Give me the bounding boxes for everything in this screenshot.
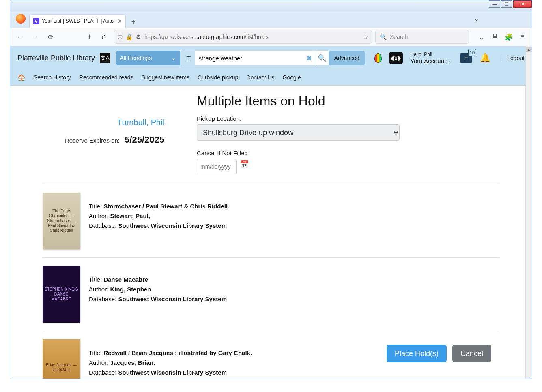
catalog-search: 文A All Headings ⌄ ≣ ✖ 🔍 Advanced — [100, 51, 365, 65]
firefox-logo-icon — [16, 14, 26, 24]
window-frame: — ☐ ✕ v Your List | SWLS | PLATT | Auto-… — [10, 0, 532, 379]
new-tab-button[interactable]: + — [128, 16, 139, 28]
cancel-date-input[interactable] — [197, 159, 237, 174]
maximize-button[interactable]: ☐ — [501, 0, 512, 8]
list-item: STEPHEN KING'S DANSE MACABRE Title: Dans… — [43, 258, 499, 331]
browser-tab-active[interactable]: v Your List | SWLS | PLATT | Auto- ✕ — [30, 15, 125, 28]
account-block: Hello, Phil Your Account⌄ — [410, 51, 453, 64]
pickup-location-label: Pickup Location: — [197, 115, 499, 122]
heading-label: All Headings — [120, 55, 152, 61]
browser-search-placeholder: Search — [390, 34, 408, 40]
library-header: Platteville Public Library 文A All Headin… — [10, 46, 532, 86]
nav-recommended[interactable]: Recommended reads — [79, 74, 133, 81]
cancel-button[interactable]: Cancel — [452, 345, 491, 362]
cancel-if-not-filled-label: Cancel if Not Filled — [197, 150, 499, 156]
hamburger-menu-icon[interactable]: ≡ — [516, 31, 529, 43]
balloon-icon[interactable] — [374, 53, 382, 63]
list-count-badge: 10 — [468, 49, 476, 56]
scroll-up-icon[interactable]: ▲ — [526, 47, 532, 52]
book-cover: STEPHEN KING'S DANSE MACABRE — [43, 266, 80, 323]
advanced-search-button[interactable]: Advanced — [329, 51, 365, 65]
shield-icon: ⬡ — [118, 34, 123, 40]
nav-search-history[interactable]: Search History — [34, 74, 71, 81]
book-cover: The Edge Chronicles — Stormchaser — Paul… — [43, 193, 80, 249]
reserve-sidebar: Turnbull, Phil Reserve Expires on: 5/25/… — [43, 94, 172, 145]
nav-contact[interactable]: Contact Us — [246, 74, 274, 81]
browser-toolbar: ← → ⟳ ⤓ 🗂 ⬡ 🔒 ⚙ https://qa-swls-verso.au… — [10, 28, 532, 46]
back-button[interactable]: ← — [13, 31, 26, 43]
chevron-down-icon: ⌄ — [171, 55, 176, 61]
hold-form: Multiple Items on Hold Pickup Location: … — [197, 94, 499, 174]
print-icon[interactable]: 🖶 — [489, 31, 501, 43]
page-scrollbar[interactable]: ▲ — [525, 46, 532, 379]
page-title: Multiple Items on Hold — [197, 94, 499, 109]
action-bar: Place Hold(s) Cancel — [387, 345, 491, 362]
pocket-icon[interactable]: ⌄ — [475, 31, 487, 43]
home-icon[interactable]: 🏠 — [17, 74, 26, 81]
bookmark-star-icon[interactable]: ☆ — [363, 34, 368, 40]
logout-link[interactable]: Logout — [501, 55, 525, 61]
patron-name-link[interactable]: Turnbull, Phil — [43, 118, 164, 127]
tab-strip: v Your List | SWLS | PLATT | Auto- ✕ + ⌄ — [10, 12, 532, 28]
close-window-button[interactable]: ✕ — [513, 0, 532, 8]
tab-title: Your List | SWLS | PLATT | Auto- — [42, 18, 115, 24]
item-meta: Title: Danse Macabre Author: King, Steph… — [89, 266, 227, 304]
list-icon[interactable]: ≡ 10 — [460, 53, 472, 63]
browser-search-box[interactable]: 🔍 Search — [375, 30, 469, 44]
pickup-location-select[interactable]: Shullsburg Drive-up window — [197, 124, 400, 141]
all-tabs-dropdown-icon[interactable]: ⌄ — [474, 15, 479, 22]
nav-suggest[interactable]: Suggest new items — [142, 74, 189, 81]
url-text: https://qa-swls-verso.auto-graphics.com/… — [144, 34, 360, 40]
clear-search-icon[interactable]: ✖ — [303, 51, 315, 65]
kids-catalog-icon[interactable]: ◐◑ — [389, 52, 403, 64]
extensions-icon[interactable]: 🧩 — [503, 31, 515, 43]
catalog-search-input[interactable] — [195, 51, 303, 65]
permissions-icon: ⚙ — [136, 34, 141, 40]
url-bar[interactable]: ⬡ 🔒 ⚙ https://qa-swls-verso.auto-graphic… — [114, 30, 372, 44]
item-meta: Title: Redwall / Brian Jacques ; illustr… — [89, 339, 252, 377]
library-name: Platteville Public Library — [17, 54, 95, 62]
minimize-button[interactable]: — — [489, 0, 500, 8]
book-cover: Brian Jacques — REDWALL — [43, 339, 80, 379]
language-icon[interactable]: 文A — [100, 53, 110, 63]
item-meta: Title: Stormchaser / Paul Stewart & Chri… — [89, 193, 229, 231]
search-heading-dropdown[interactable]: All Headings ⌄ — [116, 51, 180, 65]
reserve-expires-label: Reserve Expires on: — [65, 137, 120, 144]
calendar-icon[interactable]: 📅 — [240, 160, 249, 169]
main-content: Turnbull, Phil Reserve Expires on: 5/25/… — [10, 86, 532, 379]
place-holds-button[interactable]: Place Hold(s) — [387, 345, 447, 362]
os-titlebar: — ☐ ✕ — [10, 0, 532, 12]
chevron-down-icon: ⌄ — [447, 57, 453, 64]
folder-icon[interactable]: 🗂 — [99, 31, 111, 43]
bell-icon[interactable]: 🔔 — [480, 53, 490, 63]
database-icon[interactable]: ≣ — [183, 51, 195, 65]
forward-button[interactable]: → — [29, 31, 41, 43]
lock-icon: 🔒 — [126, 34, 133, 40]
nav-curbside[interactable]: Curbside pickup — [198, 74, 238, 81]
library-nav: 🏠 Search History Recommended reads Sugge… — [17, 70, 525, 85]
search-submit-icon[interactable]: 🔍 — [315, 51, 329, 65]
list-item: The Edge Chronicles — Stormchaser — Paul… — [43, 184, 499, 258]
reload-button[interactable]: ⟳ — [44, 31, 56, 43]
favicon-icon: v — [33, 18, 39, 24]
reserve-expires-date: 5/25/2025 — [125, 135, 164, 145]
greeting-text: Hello, Phil — [410, 51, 432, 57]
reserve-expires-row: Reserve Expires on: 5/25/2025 — [43, 135, 164, 145]
search-icon: 🔍 — [380, 34, 387, 40]
save-page-icon[interactable]: ⤓ — [83, 31, 95, 43]
page-content: Platteville Public Library 文A All Headin… — [10, 46, 532, 379]
nav-google[interactable]: Google — [283, 74, 301, 81]
close-tab-icon[interactable]: ✕ — [118, 18, 122, 24]
your-account-link[interactable]: Your Account⌄ — [410, 57, 453, 64]
